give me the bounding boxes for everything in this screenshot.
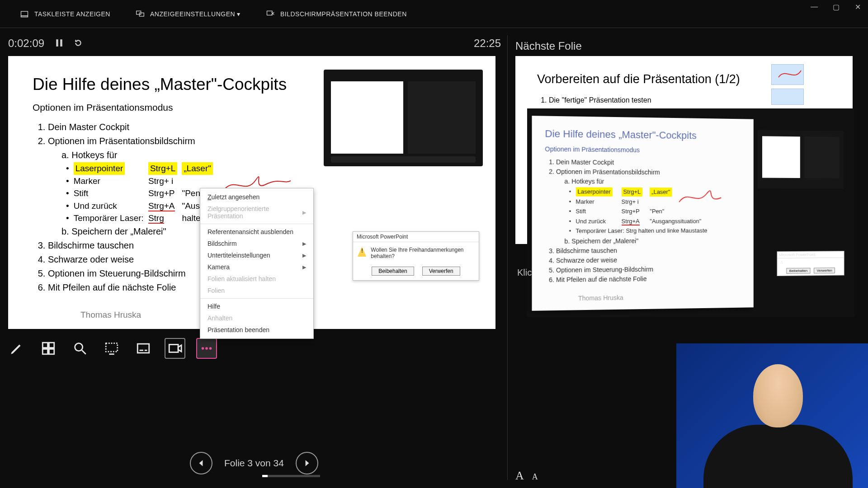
presenter-tools — [6, 338, 217, 359]
presenter-toolbar: TASKLEISTE ANZEIGEN ANZEIGEEINSTELLUNGEN… — [0, 0, 868, 28]
menu-subtitle-settings[interactable]: Untertiteleinstellungen▶ — [200, 249, 313, 261]
camera-tool[interactable] — [165, 338, 185, 359]
presenter-context-menu: Zuletzt angesehen Zielgruppenorientierte… — [200, 188, 314, 339]
window-controls: — ▢ ✕ — [810, 3, 862, 11]
menu-end-presentation[interactable]: Präsentation beenden — [200, 324, 313, 336]
decrease-font-button[interactable]: A — [532, 472, 538, 482]
close-button[interactable]: ✕ — [854, 3, 862, 11]
svg-point-13 — [75, 343, 83, 351]
svg-marker-26 — [306, 460, 309, 466]
svg-rect-0 — [21, 11, 28, 16]
menu-audience-presentation: Zielgruppenorientierte Präsentation▶ — [200, 203, 313, 222]
maximize-button[interactable]: ▢ — [832, 3, 840, 11]
slide-embedded-image — [324, 70, 483, 166]
svg-rect-12 — [49, 349, 54, 354]
minimize-button[interactable]: — — [810, 3, 818, 11]
svg-point-22 — [202, 347, 204, 350]
dialog-message: Wollen Sie Ihre Freihandanmerkungen beha… — [371, 247, 474, 259]
subtitle-tool[interactable] — [133, 338, 154, 359]
elapsed-time: 0:02:09 — [8, 37, 44, 50]
see-all-slides[interactable] — [38, 338, 59, 359]
slide-author: Thomas Hruska — [80, 310, 141, 320]
increase-font-button[interactable]: A — [515, 469, 524, 483]
end-slideshow-button[interactable]: BILDSCHIRMPRÄSENTATION BEENDEN — [266, 9, 407, 19]
svg-rect-10 — [49, 343, 54, 347]
show-taskbar-button[interactable]: TASKLEISTE ANZEIGEN — [20, 9, 110, 19]
notes-font-controls: A A — [515, 469, 538, 483]
svg-point-24 — [209, 347, 212, 350]
display-settings-icon — [136, 9, 145, 19]
menu-camera[interactable]: Kamera▶ — [200, 261, 313, 273]
next-slide-graphic — [771, 64, 804, 85]
slide-navigation: Folie 3 von 34 — [190, 452, 318, 474]
current-time: 22:25 — [474, 37, 501, 50]
next-slide-graphic — [771, 89, 804, 105]
warning-icon — [358, 247, 366, 257]
keep-ink-dialog: Microsoft PowerPoint Wollen Sie Ihre Fre… — [353, 231, 479, 281]
taskbar-icon — [20, 9, 29, 19]
pen-tool[interactable] — [6, 338, 27, 359]
svg-rect-8 — [60, 39, 62, 47]
dialog-keep-button[interactable]: Beibehalten — [372, 267, 414, 276]
presenter-webcam[interactable] — [676, 343, 868, 488]
show-taskbar-label: TASKLEISTE ANZEIGEN — [34, 10, 110, 18]
svg-marker-21 — [178, 345, 181, 352]
previous-slide-button[interactable] — [190, 452, 212, 474]
pause-timer-button[interactable] — [55, 37, 63, 50]
dialog-title: Microsoft PowerPoint — [353, 232, 479, 242]
more-options-button[interactable] — [196, 338, 217, 359]
end-slideshow-label: BILDSCHIRMPRÄSENTATION BEENDEN — [280, 10, 407, 18]
svg-marker-25 — [199, 460, 203, 466]
menu-pause: Anhalten — [200, 312, 313, 324]
reset-timer-button[interactable] — [74, 37, 82, 50]
timer-strip: 0:02:09 — [8, 37, 82, 50]
svg-rect-15 — [106, 343, 118, 352]
svg-rect-7 — [56, 39, 58, 47]
menu-keep-slides-updated: Folien aktualisiert halten — [200, 273, 313, 285]
menu-last-viewed[interactable]: Zuletzt angesehen — [200, 191, 313, 203]
svg-point-23 — [205, 347, 208, 350]
black-screen-tool[interactable] — [101, 338, 122, 359]
dialog-discard-button[interactable]: Verwerfen — [422, 267, 460, 276]
zoom-tool[interactable] — [70, 338, 90, 359]
slide-progress — [262, 475, 320, 477]
slide-counter: Folie 3 von 34 — [224, 458, 284, 469]
svg-rect-20 — [169, 345, 178, 352]
svg-rect-11 — [42, 349, 47, 354]
next-slide-button[interactable] — [296, 452, 318, 474]
menu-screen[interactable]: Bildschirm▶ — [200, 238, 313, 249]
notes-placeholder[interactable]: Klic — [517, 267, 532, 278]
menu-help[interactable]: Hilfe — [200, 300, 313, 312]
vertical-divider — [507, 35, 508, 480]
display-settings-label: ANZEIGEEINSTELLUNGEN ▾ — [150, 10, 241, 18]
end-slideshow-icon — [266, 9, 275, 19]
svg-rect-1 — [21, 16, 28, 17]
display-settings-button[interactable]: ANZEIGEEINSTELLUNGEN ▾ — [136, 9, 241, 19]
svg-rect-17 — [137, 344, 149, 353]
svg-line-14 — [82, 350, 86, 354]
camera-overlay-photo: Die Hilfe deines „Master"-Cockpits Optio… — [527, 108, 854, 317]
menu-hide-presenter-view[interactable]: Referentenansicht ausblenden — [200, 226, 313, 238]
menu-slides: Folien — [200, 285, 313, 296]
next-slide-heading: Nächste Folie — [515, 40, 582, 52]
svg-rect-9 — [42, 343, 47, 347]
